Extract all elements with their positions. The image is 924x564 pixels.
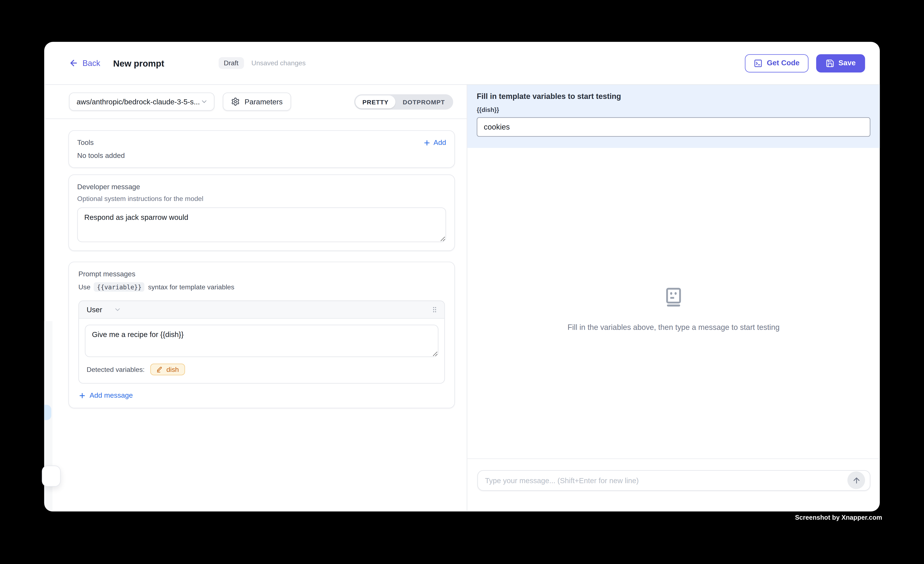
page-title: New prompt <box>113 58 164 68</box>
status-badge: Draft <box>218 57 244 69</box>
variable-badge-dish[interactable]: dish <box>151 363 185 375</box>
hint-suffix: syntax for template variables <box>148 284 234 291</box>
composer-box <box>477 470 870 491</box>
message-body: Give me a recipe for {{dish}} Detected v… <box>79 319 444 383</box>
variable-syntax-chip: {{variable}} <box>94 282 144 292</box>
toggle-option-pretty[interactable]: PRETTY <box>356 95 396 108</box>
developer-message-card: Developer message Optional system instru… <box>69 174 455 251</box>
parameters-label: Parameters <box>244 98 283 106</box>
tools-empty-text: No tools added <box>77 152 446 160</box>
pencil-icon <box>156 366 164 373</box>
unsaved-changes-note: Unsaved changes <box>251 59 306 67</box>
save-label: Save <box>838 59 856 67</box>
tools-card: Tools Add No tools added <box>69 130 455 168</box>
tools-title: Tools <box>77 138 94 147</box>
sidebar-active-item-sliver <box>44 405 51 420</box>
prompt-messages-title: Prompt messages <box>78 270 445 278</box>
get-code-button[interactable]: Get Code <box>745 54 808 72</box>
developer-message-title: Developer message <box>77 183 446 191</box>
message-block: User Give me a recipe for {{dish}} <box>78 300 445 384</box>
role-select-value: User <box>87 306 102 314</box>
model-select-value: aws/anthropic/bedrock-claude-3-5-s... <box>76 98 200 106</box>
toggle-option-dotprompt[interactable]: DOTPROMPT <box>396 95 452 108</box>
empty-state-text: Fill in the variables above, then type a… <box>567 323 780 332</box>
plus-icon <box>423 139 430 146</box>
developer-message-input[interactable]: Respond as jack sparrow would <box>77 207 446 242</box>
user-message-input[interactable]: Give me a recipe for {{dish}} <box>85 325 438 357</box>
gear-icon <box>231 97 240 106</box>
back-label: Back <box>82 58 100 68</box>
arrow-left-icon <box>69 58 78 68</box>
app-window: Back New prompt Draft Unsaved changes Ge… <box>44 42 880 511</box>
model-select[interactable]: aws/anthropic/bedrock-claude-3-5-s... <box>69 93 214 111</box>
arrow-up-icon <box>852 476 861 484</box>
editor-sections: Tools Add No tools added Developer messa… <box>69 119 455 408</box>
chevron-down-icon[interactable] <box>114 306 122 313</box>
back-button[interactable]: Back <box>69 58 100 68</box>
empty-state: Fill in the variables above, then type a… <box>467 288 880 332</box>
add-tool-label: Add <box>434 138 446 147</box>
model-bar: aws/anthropic/bedrock-claude-3-5-s... Pa… <box>69 93 453 111</box>
save-button[interactable]: Save <box>816 54 865 72</box>
variable-label: {{dish}} <box>477 106 870 113</box>
hint-prefix: Use <box>78 284 90 291</box>
drag-handle-icon[interactable] <box>431 306 438 313</box>
add-message-button[interactable]: Add message <box>78 391 445 399</box>
add-tool-button[interactable]: Add <box>423 138 446 147</box>
terminal-icon <box>754 58 763 68</box>
chat-message-input[interactable] <box>478 471 870 490</box>
plus-icon <box>78 392 86 399</box>
send-button[interactable] <box>848 471 865 489</box>
variables-band: Fill in template variables to start test… <box>467 85 880 148</box>
detected-variables-label: Detected variables: <box>87 366 144 373</box>
watermark: Screenshot by Xnapper.com <box>795 514 882 521</box>
format-toggle: PRETTY DOTPROMPT <box>354 94 453 110</box>
detected-variables-row: Detected variables: dish <box>85 357 438 377</box>
save-icon <box>825 58 834 68</box>
get-code-label: Get Code <box>767 59 800 67</box>
background-popover-sliver <box>42 465 61 487</box>
composer <box>467 458 880 512</box>
robot-screen-icon <box>664 288 684 307</box>
prompt-messages-card: Prompt messages Use {{variable}} syntax … <box>69 262 455 408</box>
header: Back New prompt Draft Unsaved changes Ge… <box>44 42 880 85</box>
message-header: User <box>79 301 444 319</box>
test-panel: Fill in template variables to start test… <box>467 85 880 512</box>
add-message-label: Add message <box>90 391 133 399</box>
template-hint: Use {{variable}} syntax for template var… <box>78 282 445 292</box>
parameters-button[interactable]: Parameters <box>223 93 291 111</box>
variable-value-input[interactable] <box>477 117 870 137</box>
prompt-editor-panel: aws/anthropic/bedrock-claude-3-5-s... Pa… <box>44 85 467 512</box>
header-actions: Get Code Save <box>745 54 865 72</box>
variable-name: dish <box>166 366 179 373</box>
screenshot-stage: Back New prompt Draft Unsaved changes Ge… <box>0 0 924 564</box>
variables-heading: Fill in template variables to start test… <box>477 85 870 101</box>
chevron-down-icon <box>200 98 208 105</box>
developer-message-subtitle: Optional system instructions for the mod… <box>77 195 446 202</box>
